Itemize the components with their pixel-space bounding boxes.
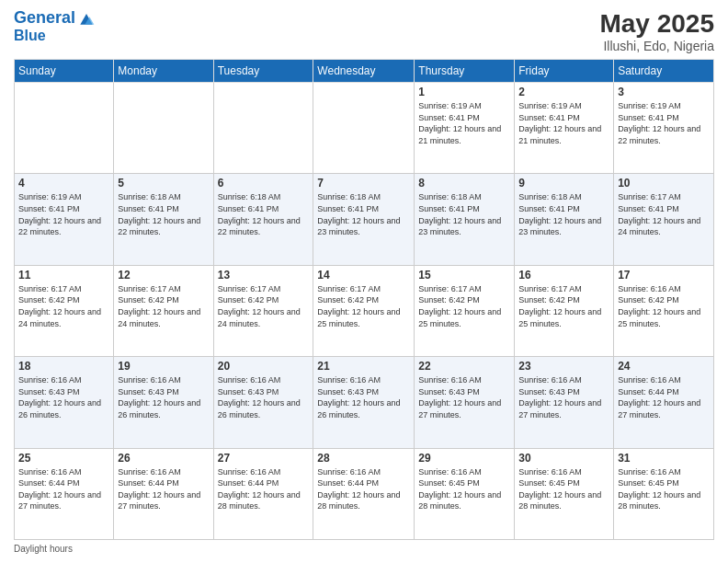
- calendar-week-1: 1Sunrise: 6:19 AM Sunset: 6:41 PM Daylig…: [15, 83, 714, 174]
- calendar-cell: 29Sunrise: 6:16 AM Sunset: 6:45 PM Dayli…: [415, 448, 515, 539]
- footer: Daylight hours: [14, 544, 714, 554]
- calendar-cell: 10Sunrise: 6:17 AM Sunset: 6:41 PM Dayli…: [614, 174, 714, 265]
- day-info: Sunrise: 6:17 AM Sunset: 6:42 PM Dayligh…: [518, 283, 609, 329]
- calendar-cell: 23Sunrise: 6:16 AM Sunset: 6:43 PM Dayli…: [515, 357, 614, 448]
- day-info: Sunrise: 6:19 AM Sunset: 6:41 PM Dayligh…: [518, 100, 609, 146]
- calendar-cell: 18Sunrise: 6:16 AM Sunset: 6:43 PM Dayli…: [15, 357, 114, 448]
- calendar-cell: 9Sunrise: 6:18 AM Sunset: 6:41 PM Daylig…: [515, 174, 614, 265]
- day-number: 17: [618, 269, 710, 282]
- day-number: 20: [218, 360, 310, 373]
- calendar-cell: [15, 83, 114, 174]
- calendar-cell: 5Sunrise: 6:18 AM Sunset: 6:41 PM Daylig…: [114, 174, 213, 265]
- day-info: Sunrise: 6:17 AM Sunset: 6:42 PM Dayligh…: [317, 283, 410, 329]
- day-info: Sunrise: 6:16 AM Sunset: 6:44 PM Dayligh…: [18, 466, 109, 512]
- day-info: Sunrise: 6:18 AM Sunset: 6:41 PM Dayligh…: [317, 191, 410, 237]
- day-number: 26: [118, 452, 209, 465]
- calendar-week-3: 11Sunrise: 6:17 AM Sunset: 6:42 PM Dayli…: [15, 265, 714, 356]
- day-info: Sunrise: 6:16 AM Sunset: 6:45 PM Dayligh…: [418, 466, 510, 512]
- day-info: Sunrise: 6:18 AM Sunset: 6:41 PM Dayligh…: [218, 191, 310, 237]
- day-number: 5: [118, 177, 209, 190]
- day-info: Sunrise: 6:16 AM Sunset: 6:44 PM Dayligh…: [618, 374, 710, 420]
- logo-icon: [77, 9, 96, 28]
- calendar-cell: 8Sunrise: 6:18 AM Sunset: 6:41 PM Daylig…: [415, 174, 515, 265]
- calendar-cell: 30Sunrise: 6:16 AM Sunset: 6:45 PM Dayli…: [515, 448, 614, 539]
- calendar-week-2: 4Sunrise: 6:19 AM Sunset: 6:41 PM Daylig…: [15, 174, 714, 265]
- calendar-cell: 15Sunrise: 6:17 AM Sunset: 6:42 PM Dayli…: [415, 265, 515, 356]
- header: General Blue May 2025 Illushi, Edo, Nige…: [14, 9, 714, 53]
- calendar-cell: 12Sunrise: 6:17 AM Sunset: 6:42 PM Dayli…: [114, 265, 213, 356]
- calendar-cell: 16Sunrise: 6:17 AM Sunset: 6:42 PM Dayli…: [515, 265, 614, 356]
- calendar-cell: [213, 83, 313, 174]
- day-header-monday: Monday: [114, 60, 213, 83]
- day-number: 25: [18, 452, 109, 465]
- calendar-cell: 2Sunrise: 6:19 AM Sunset: 6:41 PM Daylig…: [515, 83, 614, 174]
- day-info: Sunrise: 6:16 AM Sunset: 6:43 PM Dayligh…: [18, 374, 109, 420]
- day-info: Sunrise: 6:19 AM Sunset: 6:41 PM Dayligh…: [618, 100, 710, 146]
- calendar-cell: 13Sunrise: 6:17 AM Sunset: 6:42 PM Dayli…: [213, 265, 313, 356]
- day-number: 1: [418, 86, 510, 98]
- day-number: 8: [418, 177, 510, 190]
- logo: General Blue: [14, 9, 96, 44]
- day-number: 29: [418, 452, 510, 465]
- day-info: Sunrise: 6:16 AM Sunset: 6:44 PM Dayligh…: [218, 466, 310, 512]
- day-info: Sunrise: 6:19 AM Sunset: 6:41 PM Dayligh…: [418, 100, 510, 146]
- logo-line2: Blue: [14, 28, 96, 44]
- day-number: 28: [317, 452, 410, 465]
- title-block: May 2025 Illushi, Edo, Nigeria: [599, 9, 714, 53]
- day-info: Sunrise: 6:18 AM Sunset: 6:41 PM Dayligh…: [118, 191, 209, 237]
- day-info: Sunrise: 6:16 AM Sunset: 6:44 PM Dayligh…: [118, 466, 209, 512]
- day-number: 18: [18, 360, 109, 373]
- day-number: 23: [518, 360, 609, 373]
- main-title: May 2025: [599, 9, 714, 39]
- day-info: Sunrise: 6:16 AM Sunset: 6:43 PM Dayligh…: [218, 374, 310, 420]
- calendar-cell: 27Sunrise: 6:16 AM Sunset: 6:44 PM Dayli…: [213, 448, 313, 539]
- day-info: Sunrise: 6:16 AM Sunset: 6:45 PM Dayligh…: [518, 466, 609, 512]
- day-info: Sunrise: 6:16 AM Sunset: 6:44 PM Dayligh…: [317, 466, 410, 512]
- day-number: 21: [317, 360, 410, 373]
- calendar-cell: 14Sunrise: 6:17 AM Sunset: 6:42 PM Dayli…: [313, 265, 415, 356]
- day-number: 3: [618, 86, 710, 98]
- day-number: 15: [418, 269, 510, 282]
- day-info: Sunrise: 6:17 AM Sunset: 6:42 PM Dayligh…: [18, 283, 109, 329]
- calendar-cell: 6Sunrise: 6:18 AM Sunset: 6:41 PM Daylig…: [213, 174, 313, 265]
- day-info: Sunrise: 6:16 AM Sunset: 6:43 PM Dayligh…: [418, 374, 510, 420]
- footer-label: Daylight hours: [14, 544, 73, 554]
- page: General Blue May 2025 Illushi, Edo, Nige…: [0, 0, 728, 563]
- logo-text: General: [14, 9, 75, 28]
- day-info: Sunrise: 6:16 AM Sunset: 6:42 PM Dayligh…: [618, 283, 710, 329]
- calendar-week-5: 25Sunrise: 6:16 AM Sunset: 6:44 PM Dayli…: [15, 448, 714, 539]
- calendar-cell: 19Sunrise: 6:16 AM Sunset: 6:43 PM Dayli…: [114, 357, 213, 448]
- calendar-cell: 7Sunrise: 6:18 AM Sunset: 6:41 PM Daylig…: [313, 174, 415, 265]
- day-number: 31: [618, 452, 710, 465]
- calendar-week-4: 18Sunrise: 6:16 AM Sunset: 6:43 PM Dayli…: [15, 357, 714, 448]
- calendar-cell: 31Sunrise: 6:16 AM Sunset: 6:45 PM Dayli…: [614, 448, 714, 539]
- day-number: 14: [317, 269, 410, 282]
- calendar-cell: 17Sunrise: 6:16 AM Sunset: 6:42 PM Dayli…: [614, 265, 714, 356]
- calendar-header-row: SundayMondayTuesdayWednesdayThursdayFrid…: [15, 60, 714, 83]
- calendar-cell: 1Sunrise: 6:19 AM Sunset: 6:41 PM Daylig…: [415, 83, 515, 174]
- day-info: Sunrise: 6:18 AM Sunset: 6:41 PM Dayligh…: [418, 191, 510, 237]
- calendar-cell: 21Sunrise: 6:16 AM Sunset: 6:43 PM Dayli…: [313, 357, 415, 448]
- day-number: 12: [118, 269, 209, 282]
- day-header-sunday: Sunday: [15, 60, 114, 83]
- calendar-cell: 3Sunrise: 6:19 AM Sunset: 6:41 PM Daylig…: [614, 83, 714, 174]
- day-number: 22: [418, 360, 510, 373]
- day-number: 19: [118, 360, 209, 373]
- day-info: Sunrise: 6:17 AM Sunset: 6:41 PM Dayligh…: [618, 191, 710, 237]
- day-header-thursday: Thursday: [415, 60, 515, 83]
- day-number: 30: [518, 452, 609, 465]
- day-info: Sunrise: 6:16 AM Sunset: 6:43 PM Dayligh…: [518, 374, 609, 420]
- day-number: 6: [218, 177, 310, 190]
- day-info: Sunrise: 6:17 AM Sunset: 6:42 PM Dayligh…: [118, 283, 209, 329]
- calendar-cell: 28Sunrise: 6:16 AM Sunset: 6:44 PM Dayli…: [313, 448, 415, 539]
- day-number: 9: [518, 177, 609, 190]
- day-number: 24: [618, 360, 710, 373]
- day-number: 11: [18, 269, 109, 282]
- day-header-tuesday: Tuesday: [213, 60, 313, 83]
- day-header-saturday: Saturday: [614, 60, 714, 83]
- calendar-cell: 26Sunrise: 6:16 AM Sunset: 6:44 PM Dayli…: [114, 448, 213, 539]
- day-header-wednesday: Wednesday: [313, 60, 415, 83]
- subtitle: Illushi, Edo, Nigeria: [599, 39, 714, 53]
- calendar-table: SundayMondayTuesdayWednesdayThursdayFrid…: [14, 59, 714, 540]
- day-info: Sunrise: 6:17 AM Sunset: 6:42 PM Dayligh…: [218, 283, 310, 329]
